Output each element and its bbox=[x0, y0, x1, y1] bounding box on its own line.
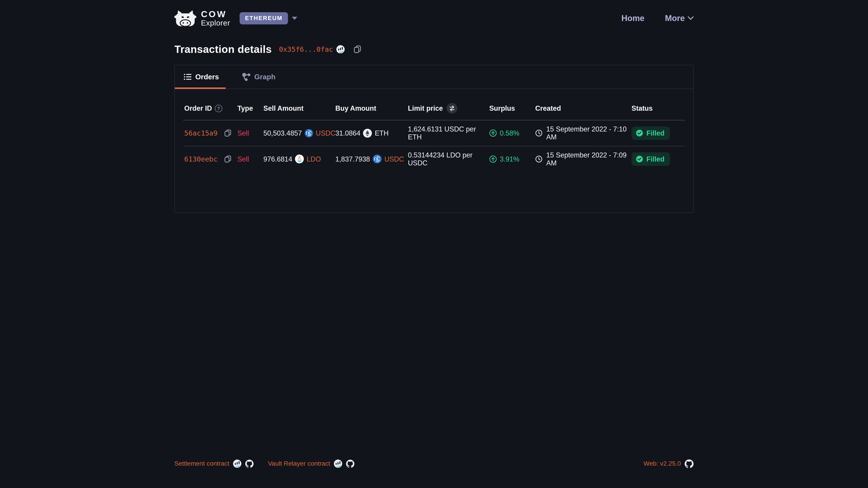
svg-text:$: $ bbox=[308, 131, 310, 135]
copy-icon bbox=[224, 156, 231, 163]
status-badge: Filled bbox=[631, 127, 670, 140]
col-status: Status bbox=[631, 104, 684, 112]
tab-graph[interactable]: Graph bbox=[233, 65, 282, 89]
col-order-id: Order ID ? bbox=[184, 104, 237, 112]
vault-relayer-contract-link[interactable]: Vault Relayer contract bbox=[268, 460, 330, 467]
col-limit-price: Limit price bbox=[408, 103, 489, 113]
network-badge[interactable]: ETHEREUM bbox=[240, 12, 288, 24]
tab-graph-label: Graph bbox=[254, 73, 276, 81]
col-sell-amount: Sell Amount bbox=[264, 104, 335, 112]
check-circle-icon bbox=[636, 129, 643, 137]
buy-token-link[interactable]: ETH bbox=[375, 129, 389, 137]
orders-card: Orders Graph Ord bbox=[174, 65, 693, 213]
buy-amount: 31.0864 bbox=[336, 129, 361, 137]
page-title: Transaction details bbox=[174, 43, 272, 55]
tx-hash-link[interactable]: 0x35f6...0fac bbox=[279, 45, 333, 53]
tab-orders-label: Orders bbox=[195, 73, 219, 81]
surplus-up-icon bbox=[489, 129, 497, 137]
table-header: Order ID ? Type Sell Amount Buy Amount L… bbox=[175, 89, 693, 120]
list-icon bbox=[184, 73, 191, 80]
order-type: Sell bbox=[237, 155, 264, 163]
logo-subtitle: Explorer bbox=[201, 19, 230, 27]
copy-icon bbox=[353, 45, 361, 53]
title-row: Transaction details 0x35f6...0fac bbox=[174, 43, 693, 55]
surplus-value: 3.91% bbox=[500, 155, 520, 163]
page: COW Explorer ETHEREUM Home More Tr bbox=[0, 0, 868, 488]
graph-icon bbox=[242, 73, 250, 81]
version-group: Web: v2.25.0 bbox=[644, 459, 694, 468]
ldo-token-icon bbox=[295, 155, 304, 163]
order-id-link[interactable]: 56ac15a9 bbox=[184, 129, 217, 137]
github-link-icon[interactable] bbox=[685, 459, 693, 468]
main-nav: Home More bbox=[621, 13, 694, 23]
col-created: Created bbox=[535, 104, 631, 112]
order-id-link[interactable]: 6130eebc bbox=[184, 155, 217, 163]
header: COW Explorer ETHEREUM Home More bbox=[174, 0, 693, 29]
copy-order-id-button[interactable] bbox=[224, 156, 231, 163]
github-link-icon[interactable] bbox=[346, 459, 354, 468]
cow-logo-icon bbox=[174, 10, 196, 26]
sell-token-link[interactable]: LDO bbox=[307, 155, 321, 163]
usdc-token-icon: $ bbox=[373, 155, 381, 163]
eth-token-icon bbox=[363, 129, 372, 138]
col-surplus: Surplus bbox=[489, 104, 535, 112]
copy-icon bbox=[224, 129, 231, 137]
tabbar: Orders Graph bbox=[175, 65, 693, 89]
limit-price: 1,624.6131 USDC per ETH bbox=[408, 125, 489, 141]
sell-amount: 50,503.4857 bbox=[264, 129, 302, 137]
copy-order-id-button[interactable] bbox=[224, 129, 231, 137]
surplus-up-icon bbox=[489, 155, 497, 163]
clock-icon bbox=[535, 155, 542, 163]
status-badge: Filled bbox=[631, 152, 670, 166]
nav-more[interactable]: More bbox=[665, 13, 694, 23]
col-buy-amount: Buy Amount bbox=[336, 104, 408, 112]
etherscan-link-icon[interactable] bbox=[336, 45, 345, 54]
chevron-down-icon bbox=[688, 16, 694, 20]
buy-token-link[interactable]: USDC bbox=[384, 155, 404, 163]
table-row: 56ac15a9 Sell 50,503.4857 $ bbox=[175, 121, 693, 146]
network-caret-icon[interactable] bbox=[292, 17, 297, 20]
network-selector: ETHEREUM bbox=[240, 12, 298, 24]
limit-price: 0.53144234 LDO per USDC bbox=[408, 151, 489, 167]
usdc-token-icon: $ bbox=[305, 129, 313, 138]
logo-title: COW bbox=[201, 10, 230, 19]
etherscan-link-icon[interactable] bbox=[334, 459, 342, 468]
settlement-contract-link[interactable]: Settlement contract bbox=[174, 460, 229, 467]
order-type: Sell bbox=[237, 129, 264, 137]
web-version-link[interactable]: Web: v2.25.0 bbox=[644, 460, 681, 467]
surplus-value: 0.58% bbox=[500, 129, 520, 137]
col-type: Type bbox=[237, 104, 264, 112]
cow-explorer-logo[interactable]: COW Explorer bbox=[174, 10, 230, 27]
vault-relayer-contract-group: Vault Relayer contract bbox=[268, 459, 354, 468]
etherscan-link-icon[interactable] bbox=[233, 459, 241, 468]
settlement-contract-group: Settlement contract bbox=[174, 459, 253, 468]
footer: Settlement contract bbox=[0, 459, 868, 468]
buy-amount: 1,837.7938 bbox=[336, 155, 370, 163]
github-link-icon[interactable] bbox=[245, 459, 254, 468]
sell-token-link[interactable]: USDC bbox=[316, 129, 336, 137]
status-label: Filled bbox=[647, 129, 664, 137]
copy-tx-hash-button[interactable] bbox=[353, 45, 361, 53]
check-circle-icon bbox=[636, 156, 643, 163]
created-date: 15 September 2022 - 7:10 AM bbox=[546, 125, 631, 141]
created-date: 15 September 2022 - 7:09 AM bbox=[546, 151, 631, 167]
tab-orders[interactable]: Orders bbox=[175, 65, 225, 89]
nav-home[interactable]: Home bbox=[621, 13, 645, 23]
status-label: Filled bbox=[647, 155, 664, 163]
sell-amount: 976.6814 bbox=[264, 155, 292, 163]
svg-text:$: $ bbox=[376, 157, 378, 162]
invert-price-button[interactable] bbox=[447, 103, 457, 113]
swap-arrows-icon bbox=[449, 105, 455, 111]
help-icon[interactable]: ? bbox=[215, 105, 222, 112]
clock-icon bbox=[535, 129, 542, 137]
table-row: 6130eebc Sell 976.6814 bbox=[175, 147, 693, 172]
